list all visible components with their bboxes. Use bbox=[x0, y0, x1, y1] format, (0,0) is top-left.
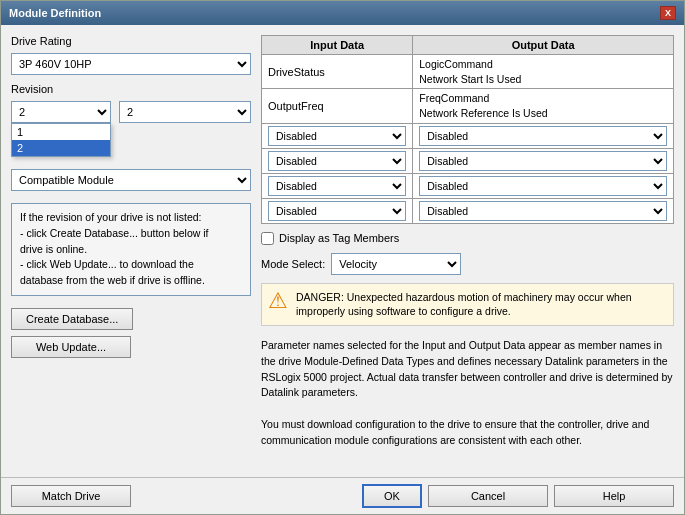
disabled-output-select-1[interactable]: Disabled bbox=[419, 126, 667, 146]
table-header-input: Input Data bbox=[262, 36, 413, 55]
disabled-input-3[interactable]: Disabled bbox=[262, 173, 413, 198]
danger-icon: ⚠ bbox=[268, 290, 288, 312]
close-button[interactable]: X bbox=[660, 6, 676, 20]
left-panel: Drive Rating 3P 460V 10HP Revision 2 1 bbox=[11, 35, 251, 467]
disabled-input-select-1[interactable]: Disabled bbox=[268, 126, 406, 146]
disabled-output-4[interactable]: Disabled bbox=[413, 198, 674, 223]
mode-select-dropdown[interactable]: Velocity Position Torque bbox=[331, 253, 461, 275]
display-tag-members-label: Display as Tag Members bbox=[279, 232, 399, 244]
help-button[interactable]: Help bbox=[554, 485, 674, 507]
ok-button[interactable]: OK bbox=[362, 484, 422, 508]
table-row: Disabled Disabled bbox=[262, 148, 674, 173]
table-row: Disabled Disabled bbox=[262, 123, 674, 148]
info-text-box: If the revision of your drive is not lis… bbox=[11, 203, 251, 296]
revision-label: Revision bbox=[11, 83, 251, 95]
bottom-left-buttons: Match Drive bbox=[11, 485, 131, 507]
disabled-output-select-3[interactable]: Disabled bbox=[419, 176, 667, 196]
disabled-input-1[interactable]: Disabled bbox=[262, 123, 413, 148]
left-button-group: Create Database... Web Update... bbox=[11, 308, 251, 358]
right-panel: Input Data Output Data DriveStatus Logic… bbox=[261, 35, 674, 467]
table-row: DriveStatus LogicCommandNetwork Start Is… bbox=[262, 55, 674, 89]
disabled-output-select-4[interactable]: Disabled bbox=[419, 201, 667, 221]
module-definition-window: Module Definition X Drive Rating 3P 460V… bbox=[0, 0, 685, 515]
output-freqcommand: FreqCommandNetwork Reference Is Used bbox=[413, 89, 674, 123]
drive-rating-select[interactable]: 3P 460V 10HP bbox=[11, 53, 251, 75]
mode-select-label: Mode Select: bbox=[261, 258, 325, 270]
revision-row: 2 1 1 2 2 bbox=[11, 101, 251, 123]
disabled-output-2[interactable]: Disabled bbox=[413, 148, 674, 173]
disabled-output-select-2[interactable]: Disabled bbox=[419, 151, 667, 171]
match-drive-button[interactable]: Match Drive bbox=[11, 485, 131, 507]
revision-right-container: 2 bbox=[119, 101, 251, 123]
display-tag-members-checkbox[interactable] bbox=[261, 232, 274, 245]
title-bar: Module Definition X bbox=[1, 1, 684, 25]
mode-select-row: Mode Select: Velocity Position Torque bbox=[261, 253, 674, 275]
bottom-bar: Match Drive OK Cancel Help bbox=[1, 477, 684, 514]
danger-text: DANGER: Unexpected hazardous motion of m… bbox=[296, 290, 667, 319]
bottom-right-buttons: OK Cancel Help bbox=[362, 484, 674, 508]
io-table: Input Data Output Data DriveStatus Logic… bbox=[261, 35, 674, 224]
revision-group: Revision 2 1 1 2 bbox=[11, 83, 251, 123]
drive-rating-label: Drive Rating bbox=[11, 35, 251, 47]
web-update-button[interactable]: Web Update... bbox=[11, 336, 131, 358]
disabled-output-3[interactable]: Disabled bbox=[413, 173, 674, 198]
revision-option-1[interactable]: 1 bbox=[12, 124, 110, 140]
revision-right-select[interactable]: 2 bbox=[119, 101, 251, 123]
drive-rating-group: Drive Rating 3P 460V 10HP bbox=[11, 35, 251, 75]
table-header-output: Output Data bbox=[413, 36, 674, 55]
revision-option-2[interactable]: 2 bbox=[12, 140, 110, 156]
input-drivestatus: DriveStatus bbox=[262, 55, 413, 89]
module-group: Compatible Module bbox=[11, 169, 251, 191]
input-outputfreq: OutputFreq bbox=[262, 89, 413, 123]
disabled-input-select-4[interactable]: Disabled bbox=[268, 201, 406, 221]
disabled-output-1[interactable]: Disabled bbox=[413, 123, 674, 148]
disabled-input-select-2[interactable]: Disabled bbox=[268, 151, 406, 171]
table-row: OutputFreq FreqCommandNetwork Reference … bbox=[262, 89, 674, 123]
info-box-1: Parameter names selected for the Input a… bbox=[261, 334, 674, 405]
cancel-button[interactable]: Cancel bbox=[428, 485, 548, 507]
disabled-input-select-3[interactable]: Disabled bbox=[268, 176, 406, 196]
table-row: Disabled Disabled bbox=[262, 173, 674, 198]
info-text-content: If the revision of your drive is not lis… bbox=[20, 211, 209, 286]
create-database-button[interactable]: Create Database... bbox=[11, 308, 133, 330]
revision-left-select[interactable]: 2 1 bbox=[11, 101, 111, 123]
revision-dropdown[interactable]: 1 2 bbox=[11, 123, 111, 157]
table-row: Disabled Disabled bbox=[262, 198, 674, 223]
disabled-input-2[interactable]: Disabled bbox=[262, 148, 413, 173]
revision-left-container: 2 1 1 2 bbox=[11, 101, 111, 123]
disabled-input-4[interactable]: Disabled bbox=[262, 198, 413, 223]
output-logiccommand: LogicCommandNetwork Start Is Used bbox=[413, 55, 674, 89]
display-tag-members-row: Display as Tag Members bbox=[261, 232, 674, 245]
window-title: Module Definition bbox=[9, 7, 101, 19]
info-box-2: You must download configuration to the d… bbox=[261, 413, 674, 453]
module-select[interactable]: Compatible Module bbox=[11, 169, 251, 191]
danger-box: ⚠ DANGER: Unexpected hazardous motion of… bbox=[261, 283, 674, 326]
